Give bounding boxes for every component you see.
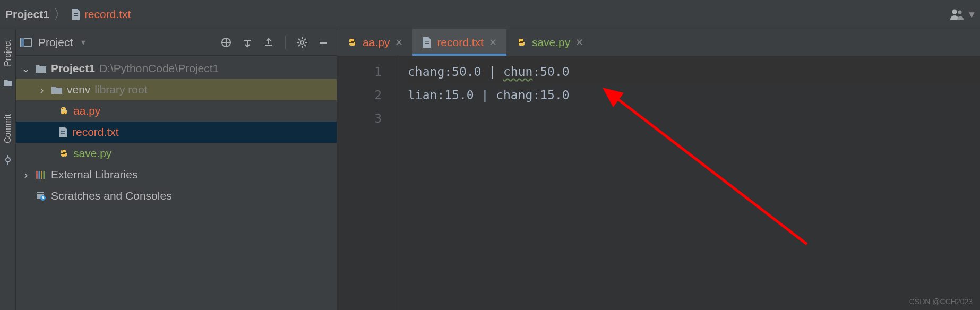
tree-venv-hint: library root xyxy=(94,83,147,96)
close-icon[interactable]: ✕ xyxy=(489,37,497,48)
folder-icon[interactable] xyxy=(3,78,13,87)
close-icon[interactable]: ✕ xyxy=(395,37,403,48)
panel-header: Project ▾ xyxy=(16,29,337,56)
tree-file-record[interactable]: record.txt xyxy=(16,122,337,143)
svg-rect-30 xyxy=(61,133,65,134)
svg-rect-43 xyxy=(425,43,429,44)
select-file-icon[interactable] xyxy=(217,33,235,51)
panel-icon xyxy=(20,38,32,47)
tree-file-save[interactable]: save.py xyxy=(16,143,337,164)
line-number: 2 xyxy=(337,83,382,107)
tree-label: External Libraries xyxy=(51,168,137,181)
svg-rect-35 xyxy=(39,171,40,179)
text-file-icon xyxy=(422,37,432,48)
collapse-all-icon[interactable] xyxy=(260,33,278,51)
svg-rect-8 xyxy=(21,38,24,47)
tree-venv[interactable]: › venv library root xyxy=(16,79,337,100)
line-number: 3 xyxy=(337,107,382,130)
expand-all-icon[interactable] xyxy=(238,33,256,51)
libraries-icon xyxy=(35,169,47,180)
svg-rect-25 xyxy=(320,42,327,44)
svg-line-24 xyxy=(304,39,306,40)
svg-rect-36 xyxy=(41,171,42,179)
watermark: CSDN @CCH2023 xyxy=(909,297,973,306)
svg-rect-0 xyxy=(74,13,78,14)
svg-line-21 xyxy=(298,39,300,40)
svg-point-28 xyxy=(64,113,65,114)
hide-icon[interactable] xyxy=(314,33,332,51)
tree-file-label: record.txt xyxy=(72,126,119,139)
svg-point-4 xyxy=(6,158,10,162)
svg-point-2 xyxy=(952,10,957,14)
tree-label: Scratches and Consoles xyxy=(51,190,172,202)
tab-record[interactable]: record.txt ✕ xyxy=(412,29,506,56)
code-line[interactable] xyxy=(408,107,980,130)
tab-label: save.py xyxy=(532,36,570,49)
left-tool-strip: Project Commit xyxy=(0,29,16,310)
folder-icon xyxy=(35,64,47,73)
tab-label: aa.py xyxy=(363,36,390,49)
svg-point-32 xyxy=(62,150,63,151)
tree-scratches[interactable]: Scratches and Consoles xyxy=(16,185,337,206)
python-file-icon xyxy=(58,148,69,159)
project-panel: Project ▾ ⌄ xyxy=(16,29,337,310)
chevron-right-icon[interactable]: › xyxy=(21,168,31,181)
code-area[interactable]: chang:50.0 | chun:50.0 lian:15.0 | chang… xyxy=(398,56,980,310)
python-file-icon xyxy=(58,106,69,116)
svg-point-27 xyxy=(62,108,63,109)
editor-content[interactable]: 1 2 3 chang:50.0 | chun:50.0 lian:15.0 |… xyxy=(337,56,980,310)
breadcrumb-bar: Project1 〉 record.txt ▾ xyxy=(0,0,980,29)
svg-rect-39 xyxy=(37,193,44,194)
svg-rect-34 xyxy=(36,171,38,179)
python-file-icon xyxy=(347,37,357,48)
svg-line-22 xyxy=(304,45,306,46)
folder-icon xyxy=(51,85,63,94)
svg-point-33 xyxy=(64,156,65,157)
line-number: 1 xyxy=(337,60,382,83)
code-line[interactable]: chang:50.0 | chun:50.0 xyxy=(408,60,980,83)
text-file-icon xyxy=(58,126,68,138)
presence-icon[interactable] xyxy=(950,8,966,21)
close-icon[interactable]: ✕ xyxy=(575,37,583,48)
tool-tab-commit[interactable]: Commit xyxy=(3,108,13,150)
tab-label: record.txt xyxy=(437,36,484,49)
svg-point-16 xyxy=(300,41,304,44)
panel-dropdown-icon[interactable]: ▾ xyxy=(81,37,85,47)
project-tree: ⌄ Project1 D:\PythonCode\Project1 › venv… xyxy=(16,56,337,206)
svg-rect-29 xyxy=(61,131,65,132)
python-file-icon xyxy=(516,37,527,48)
tree-venv-name: venv xyxy=(67,83,90,96)
tab-aa[interactable]: aa.py ✕ xyxy=(337,29,412,56)
gear-icon[interactable] xyxy=(293,33,311,51)
tree-file-aa[interactable]: aa.py xyxy=(16,100,337,122)
svg-rect-37 xyxy=(44,171,45,179)
scratches-icon xyxy=(35,191,47,201)
breadcrumb-separator: 〉 xyxy=(54,6,66,23)
tree-external-libraries[interactable]: › External Libraries xyxy=(16,164,337,185)
editor-area: aa.py ✕ record.txt ✕ save.py ✕ 1 2 xyxy=(337,29,980,310)
dropdown-caret-icon[interactable]: ▾ xyxy=(969,8,975,21)
tool-tab-project[interactable]: Project xyxy=(3,33,13,73)
breadcrumb-file[interactable]: record.txt xyxy=(84,8,131,21)
commit-icon[interactable] xyxy=(3,155,13,165)
tree-root-path: D:\PythonCode\Project1 xyxy=(99,62,219,75)
editor-tabs: aa.py ✕ record.txt ✕ save.py ✕ xyxy=(337,29,980,56)
breadcrumb-project[interactable]: Project1 xyxy=(5,8,49,21)
panel-title[interactable]: Project xyxy=(38,36,73,49)
svg-rect-1 xyxy=(74,15,78,16)
tree-root[interactable]: ⌄ Project1 D:\PythonCode\Project1 xyxy=(16,58,337,79)
svg-line-23 xyxy=(298,45,300,46)
svg-rect-42 xyxy=(425,41,429,42)
tree-file-label: save.py xyxy=(73,147,111,160)
tree-root-name: Project1 xyxy=(51,62,95,75)
code-line[interactable]: lian:15.0 | chang:15.0 xyxy=(408,83,980,107)
file-icon xyxy=(71,8,81,20)
svg-point-3 xyxy=(958,11,962,14)
tree-file-label: aa.py xyxy=(73,105,100,117)
tab-save[interactable]: save.py ✕ xyxy=(506,29,593,56)
chevron-down-icon[interactable]: ⌄ xyxy=(21,62,31,75)
gutter-linenumbers: 1 2 3 xyxy=(337,56,398,310)
chevron-right-icon[interactable]: › xyxy=(37,83,47,96)
